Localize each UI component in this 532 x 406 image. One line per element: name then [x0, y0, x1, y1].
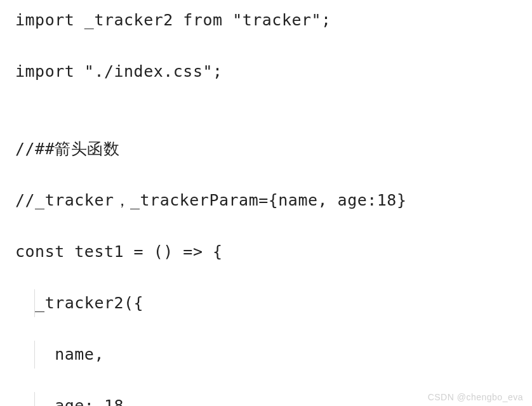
code-line: //##箭头函数 [15, 136, 517, 162]
code-line: name, [15, 342, 517, 368]
code-line: const test1 = () => { [15, 239, 517, 265]
code-line: import "./index.css"; [15, 59, 517, 85]
code-line: import _tracker2 from "tracker"; [15, 8, 517, 34]
code-block: import _tracker2 from "tracker"; import … [0, 0, 532, 406]
code-line: _tracker2({ [15, 291, 517, 317]
code-line: age: 18 [15, 393, 517, 407]
code-line: //_tracker，_trackerParam={name, age:18} [15, 188, 517, 214]
